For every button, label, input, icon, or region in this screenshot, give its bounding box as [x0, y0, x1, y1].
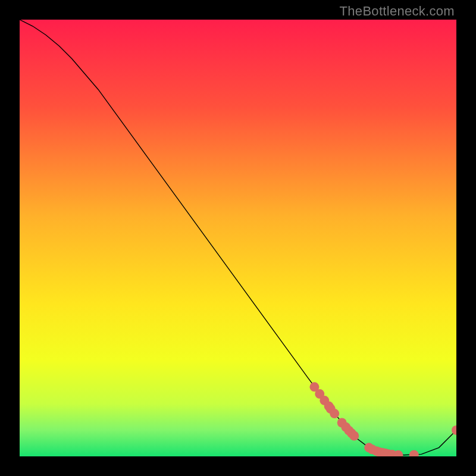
data-marker — [349, 431, 359, 441]
data-marker — [330, 409, 339, 418]
bottleneck-chart — [20, 20, 456, 456]
watermark-label: TheBottleneck.com — [340, 4, 455, 19]
chart-background — [20, 20, 456, 456]
chart-stage: TheBottleneck.com — [0, 0, 476, 476]
